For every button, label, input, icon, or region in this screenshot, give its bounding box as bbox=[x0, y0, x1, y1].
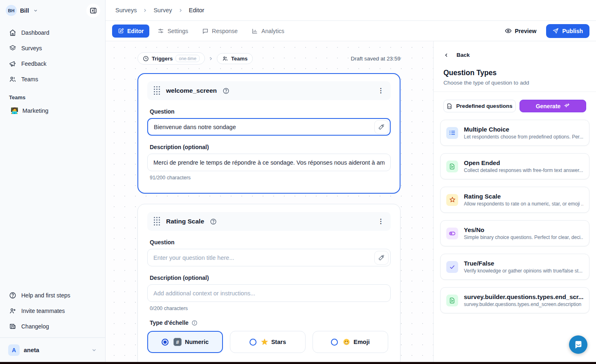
scale-option-numeric[interactable]: # Numeric bbox=[147, 331, 223, 353]
panel-title: Question Types bbox=[443, 69, 586, 77]
breadcrumb-editor[interactable]: Editor bbox=[189, 7, 205, 13]
sidebar-item-label: Dashboard bbox=[21, 29, 49, 36]
tab-settings[interactable]: Settings bbox=[152, 25, 194, 38]
type-card-rating-scale[interactable]: Rating Scale Allow respondents to rate o… bbox=[440, 187, 589, 213]
tab-label: Response bbox=[212, 28, 238, 34]
question-card-header: Rating Scale ⋮ bbox=[147, 212, 391, 231]
app-root: BH Bill Dashboard Surveys Feedb bbox=[0, 0, 596, 364]
sidebar-section-teams: Teams bbox=[5, 88, 100, 102]
info-icon[interactable] bbox=[191, 320, 198, 326]
type-card-multiple-choice[interactable]: Multiple Choice Let respondents choose f… bbox=[440, 120, 589, 146]
scale-option-emoji[interactable]: Emoji bbox=[313, 331, 388, 353]
chat-widget-button[interactable] bbox=[569, 335, 587, 354]
tab-response[interactable]: Response bbox=[196, 25, 243, 38]
eye-icon bbox=[505, 27, 512, 34]
radio-selected-icon bbox=[162, 339, 169, 346]
type-title: Multiple Choice bbox=[464, 126, 583, 133]
tab-analytics[interactable]: Analytics bbox=[246, 25, 290, 38]
sidebar-item-label: Invite teammates bbox=[21, 308, 65, 314]
sidebar-item-marketing[interactable]: 🧑‍💻 Marketing bbox=[5, 104, 100, 118]
description-input[interactable] bbox=[147, 154, 391, 171]
kebab-menu-icon[interactable]: ⋮ bbox=[378, 87, 384, 94]
type-card-true-false[interactable]: True/False Verify knowledge or gather op… bbox=[440, 254, 589, 280]
question-title-input[interactable] bbox=[147, 118, 391, 136]
char-count: 91/200 characters bbox=[150, 175, 388, 181]
generate-label: Generate bbox=[536, 103, 561, 109]
bar-chart-icon bbox=[252, 28, 258, 34]
sidebar-item-changelog[interactable]: Changelog bbox=[5, 319, 100, 333]
magic-wand-icon bbox=[378, 124, 385, 130]
generate-button[interactable]: Generate bbox=[520, 100, 586, 112]
drag-handle-icon[interactable] bbox=[154, 86, 160, 95]
type-description: Let respondents choose from predefined o… bbox=[464, 134, 583, 140]
chevron-down-icon bbox=[33, 8, 38, 13]
type-description: Collect detailed responses with free-for… bbox=[464, 167, 583, 173]
sidebar-footer: A aneta bbox=[0, 337, 105, 364]
breadcrumb: Surveys Survey Editor bbox=[106, 0, 596, 21]
tab-editor[interactable]: Editor bbox=[112, 25, 149, 38]
survey-canvas: Triggers one-time Teams Draft saved at 2… bbox=[106, 41, 433, 364]
description-input[interactable] bbox=[147, 284, 391, 302]
sidebar-item-dashboard[interactable]: Dashboard bbox=[5, 26, 100, 40]
trigger-type-badge: one-time bbox=[175, 55, 200, 62]
sidebar-item-help[interactable]: Help and first steps bbox=[5, 288, 100, 302]
question-card-title: Rating Scale bbox=[166, 218, 204, 225]
char-count: 0/200 characters bbox=[150, 306, 388, 311]
drag-handle-icon[interactable] bbox=[154, 217, 160, 226]
sidebar-toggle-button[interactable] bbox=[86, 4, 100, 18]
toolbar-actions: Preview Publish bbox=[501, 24, 590, 38]
magic-wand-button[interactable] bbox=[374, 120, 389, 134]
predefined-questions-button[interactable]: Predefined questions bbox=[443, 100, 516, 112]
question-title-input[interactable] bbox=[147, 249, 391, 266]
home-icon bbox=[9, 29, 16, 36]
back-button[interactable]: Back bbox=[443, 52, 586, 58]
breadcrumb-surveys[interactable]: Surveys bbox=[115, 7, 137, 13]
sparkles-icon bbox=[564, 103, 570, 109]
back-label: Back bbox=[457, 52, 470, 58]
type-title: Rating Scale bbox=[464, 193, 583, 200]
chevron-right-icon bbox=[178, 8, 183, 13]
magic-wand-button[interactable] bbox=[374, 251, 389, 265]
user-menu[interactable]: A aneta bbox=[5, 342, 100, 358]
sidebar-item-teams[interactable]: Teams bbox=[5, 72, 100, 86]
sidebar-spacer bbox=[0, 118, 105, 285]
type-description: survey.builder.questions.types.end_scree… bbox=[464, 301, 583, 307]
sidebar-item-surveys[interactable]: Surveys bbox=[5, 41, 100, 55]
question-card-welcome-screen[interactable]: welcome_screen ⋮ Question Description (o… bbox=[137, 73, 400, 194]
sidebar-item-feedback[interactable]: Feedback bbox=[5, 57, 100, 71]
teams-pill[interactable]: Teams bbox=[217, 53, 253, 64]
send-icon bbox=[553, 28, 559, 34]
help-circle-icon[interactable] bbox=[223, 87, 229, 94]
tab-label: Editor bbox=[127, 28, 144, 34]
publish-button[interactable]: Publish bbox=[546, 24, 589, 38]
chevron-right-icon bbox=[142, 8, 148, 13]
type-card-end-screen[interactable]: survey.builder.questions.types.end_scr..… bbox=[440, 287, 589, 313]
flow-toolbar: Triggers one-time Teams Draft saved at 2… bbox=[137, 52, 400, 65]
list-icon bbox=[446, 127, 458, 139]
type-description: Verify knowledge or gather opinions with… bbox=[464, 268, 583, 274]
help-circle-icon[interactable] bbox=[210, 218, 217, 225]
file-text-icon bbox=[446, 295, 458, 306]
sidebar-bottom-nav: Help and first steps Invite teammates Ch… bbox=[0, 285, 105, 333]
workspace-switcher[interactable]: BH Bill bbox=[0, 0, 105, 21]
type-card-yes-no[interactable]: Yes/No Simple binary choice questions. P… bbox=[440, 220, 589, 246]
type-description: Simple binary choice questions. Perfect … bbox=[464, 234, 583, 240]
type-card-open-ended[interactable]: Open Ended Collect detailed responses wi… bbox=[440, 153, 589, 179]
sidebar-item-label: Help and first steps bbox=[21, 292, 70, 299]
triggers-pill[interactable]: Triggers one-time bbox=[137, 52, 205, 65]
hash-keycap-emoji: # bbox=[173, 338, 182, 346]
question-card-header: welcome_screen ⋮ bbox=[147, 81, 391, 100]
sidebar-item-invite[interactable]: Invite teammates bbox=[5, 304, 100, 318]
smiley-emoji bbox=[343, 338, 350, 346]
kebab-menu-icon[interactable]: ⋮ bbox=[378, 218, 384, 225]
scale-option-stars[interactable]: ★ Stars bbox=[230, 331, 306, 353]
question-card-rating-scale[interactable]: Rating Scale ⋮ Question Description (opt… bbox=[137, 204, 400, 364]
panel-actions: Predefined questions Generate bbox=[443, 100, 586, 112]
teams-label: Teams bbox=[231, 56, 247, 62]
breadcrumb-survey[interactable]: Survey bbox=[153, 7, 172, 13]
preview-button[interactable]: Preview bbox=[501, 24, 541, 38]
type-title: Open Ended bbox=[464, 159, 583, 166]
file-code-icon bbox=[447, 103, 452, 109]
scale-option-label: Numeric bbox=[185, 339, 209, 345]
panel-toggle-icon bbox=[90, 7, 97, 14]
